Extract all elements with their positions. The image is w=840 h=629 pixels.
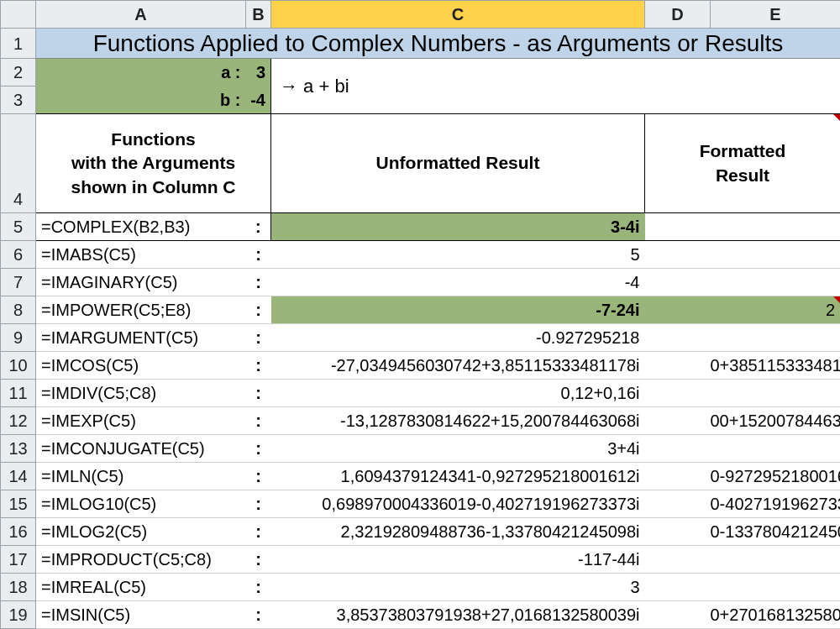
cell-d[interactable] [645, 463, 711, 490]
row-header[interactable]: 13 [1, 435, 36, 463]
col-header-c[interactable]: C [271, 1, 645, 29]
cell-d[interactable] [645, 269, 711, 296]
cell-formatted[interactable]: 00+15200784463068.00i [711, 407, 841, 435]
cell-d[interactable] [645, 546, 711, 574]
cell-function[interactable]: =IMABS(C5) [36, 241, 246, 269]
cell-function[interactable]: =IMPOWER(C5;E8) [36, 296, 246, 324]
cell-function[interactable]: =IMLN(C5) [36, 463, 246, 490]
cell-formatted[interactable] [711, 546, 841, 574]
cell-unformatted[interactable]: -13,1287830814622+15,200784463068i [271, 407, 645, 435]
cell-unformatted[interactable]: -27,0349456030742+3,85115333481178i [271, 352, 645, 380]
cell-formatted[interactable]: 0-402719196273373.00i [711, 490, 841, 518]
cell-formatted[interactable]: 0-133780421245098.00i [711, 518, 841, 546]
cell-d[interactable] [645, 241, 711, 269]
col-header-b[interactable]: B [246, 1, 271, 29]
cell-d[interactable] [645, 574, 711, 601]
cell-b2[interactable]: 3 [246, 59, 271, 86]
cell-function[interactable]: =IMARGUMENT(C5) [36, 324, 246, 352]
cell-unformatted[interactable]: -7-24i [271, 296, 645, 324]
row-header[interactable]: 12 [1, 407, 36, 435]
corner-cell[interactable] [1, 1, 36, 29]
cell-colon[interactable]: : [246, 435, 271, 463]
cell-function[interactable]: =IMCONJUGATE(C5) [36, 435, 246, 463]
cell-colon[interactable]: : [246, 546, 271, 574]
cell-function[interactable]: =IMAGINARY(C5) [36, 269, 246, 296]
cell-function[interactable]: =IMLOG2(C5) [36, 518, 246, 546]
cell-colon[interactable]: : [246, 213, 271, 241]
cell-unformatted[interactable]: 2,32192809488736-1,33780421245098i [271, 518, 645, 546]
cell-unformatted[interactable]: -0.927295218 [271, 324, 645, 352]
cell-unformatted[interactable]: 3+4i [271, 435, 645, 463]
cell-colon[interactable]: : [246, 352, 271, 380]
cell-unformatted[interactable]: 1,6094379124341-0,927295218001612i [271, 463, 645, 490]
row-header[interactable]: 10 [1, 352, 36, 380]
cell-d[interactable] [645, 352, 711, 380]
row-header[interactable]: 17 [1, 546, 36, 574]
cell-colon[interactable]: : [246, 574, 271, 601]
row-header-3[interactable]: 3 [1, 86, 36, 114]
row-header[interactable]: 7 [1, 269, 36, 296]
col-header-e[interactable]: E [711, 1, 841, 29]
cell-d[interactable] [645, 435, 711, 463]
cell-d[interactable] [645, 407, 711, 435]
cell-unformatted[interactable]: -117-44i [271, 546, 645, 574]
cell-d[interactable] [645, 518, 711, 546]
cell-a2[interactable]: a : [36, 59, 246, 86]
row-header[interactable]: 14 [1, 463, 36, 490]
cell-colon[interactable]: : [246, 407, 271, 435]
row-header[interactable]: 15 [1, 490, 36, 518]
cell-formatted[interactable] [711, 380, 841, 407]
cell-colon[interactable]: : [246, 269, 271, 296]
row-header-4[interactable]: 4 [1, 114, 36, 213]
cell-unformatted[interactable]: 0,12+0,16i [271, 380, 645, 407]
cell-colon[interactable]: : [246, 324, 271, 352]
spreadsheet-grid[interactable]: A B C D E 1 Functions Applied to Complex… [0, 0, 840, 629]
cell-d[interactable] [645, 296, 711, 324]
cell-d[interactable] [645, 601, 711, 629]
row-header[interactable]: 9 [1, 324, 36, 352]
row-header-1[interactable]: 1 [1, 29, 36, 59]
cell-d[interactable] [645, 380, 711, 407]
cell-formatted[interactable]: 0-927295218001612.00i [711, 463, 841, 490]
row-header[interactable]: 11 [1, 380, 36, 407]
cell-function[interactable]: =IMPRODUCT(C5;C8) [36, 546, 246, 574]
cell-a3[interactable]: b : [36, 86, 246, 114]
cell-formatted[interactable] [711, 269, 841, 296]
cell-function[interactable]: =IMLOG10(C5) [36, 490, 246, 518]
cell-unformatted[interactable]: 3 [271, 574, 645, 601]
cell-d[interactable] [645, 213, 711, 241]
cell-function[interactable]: =COMPLEX(B2,B3) [36, 213, 246, 241]
row-header-2[interactable]: 2 [1, 59, 36, 86]
cell-d[interactable] [645, 324, 711, 352]
cell-function[interactable]: =IMREAL(C5) [36, 574, 246, 601]
cell-function[interactable]: =IMDIV(C5;C8) [36, 380, 246, 407]
cell-colon[interactable]: : [246, 601, 271, 629]
cell-colon[interactable]: : [246, 296, 271, 324]
cell-colon[interactable]: : [246, 241, 271, 269]
col-header-a[interactable]: A [36, 1, 246, 29]
cell-d[interactable] [645, 490, 711, 518]
col-header-d[interactable]: D [645, 1, 711, 29]
row-header[interactable]: 5 [1, 213, 36, 241]
cell-colon[interactable]: : [246, 490, 271, 518]
row-header[interactable]: 6 [1, 241, 36, 269]
cell-formatted[interactable] [711, 435, 841, 463]
row-header[interactable]: 8 [1, 296, 36, 324]
cell-function[interactable]: =IMCOS(C5) [36, 352, 246, 380]
cell-colon[interactable]: : [246, 518, 271, 546]
cell-formatted[interactable] [711, 241, 841, 269]
cell-function[interactable]: =IMSIN(C5) [36, 601, 246, 629]
cell-colon[interactable]: : [246, 380, 271, 407]
cell-c2[interactable]: → a + bi [271, 59, 841, 114]
cell-formatted[interactable]: 2 [711, 296, 841, 324]
cell-formatted[interactable]: 0+385115333481178.00i [711, 352, 841, 380]
cell-unformatted[interactable]: -4 [271, 269, 645, 296]
cell-function[interactable]: =IMEXP(C5) [36, 407, 246, 435]
row-header[interactable]: 19 [1, 601, 36, 629]
cell-unformatted[interactable]: 0,698970004336019-0,402719196273373i [271, 490, 645, 518]
row-header[interactable]: 16 [1, 518, 36, 546]
cell-formatted[interactable] [711, 574, 841, 601]
cell-formatted[interactable] [711, 213, 841, 241]
cell-b3[interactable]: -4 [246, 86, 271, 114]
cell-formatted[interactable] [711, 324, 841, 352]
